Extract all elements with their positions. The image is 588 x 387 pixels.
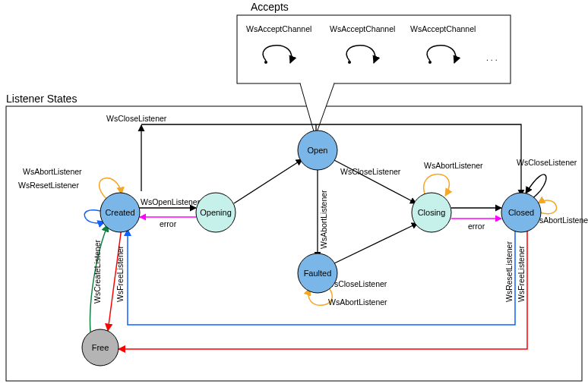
svg-point-5 <box>428 61 432 64</box>
node-closed: Closed <box>501 193 541 232</box>
svg-text:Open: Open <box>308 146 328 155</box>
label-closed-loop-close: WsCloseListener <box>517 158 577 167</box>
node-free: Free <box>82 329 119 366</box>
svg-text:Closed: Closed <box>508 208 534 217</box>
label-closed-reset: WsResetListener <box>504 241 514 302</box>
node-opening: Opening <box>196 193 236 232</box>
label-open-faulted: WsAbortListener <box>319 190 328 249</box>
label-opening-error: error <box>160 219 177 228</box>
svg-text:Opening: Opening <box>200 208 232 217</box>
label-faulted-self: WsAbortListener <box>328 297 387 307</box>
node-closing: Closing <box>412 193 451 232</box>
label-created-reset: WsResetListener <box>18 181 79 190</box>
edge-opening-open <box>234 159 302 203</box>
node-faulted: Faulted <box>298 253 337 293</box>
svg-text:Closing: Closing <box>418 208 446 217</box>
svg-text:WsAcceptChannel: WsAcceptChannel <box>410 24 476 33</box>
svg-point-3 <box>348 61 351 64</box>
accepts-title: Accepts <box>251 1 289 13</box>
label-created-abort: WsAbortListener <box>23 167 82 176</box>
label-open-closing: WsCloseListener <box>340 167 401 176</box>
node-created: Created <box>100 193 140 232</box>
label-open-closed-top: WsCloseListener <box>106 114 167 123</box>
svg-text:Free: Free <box>92 343 109 352</box>
edge-closing-selfloop <box>424 175 450 197</box>
edge-faulted-closing <box>333 223 418 264</box>
diagram-canvas: Accepts WsAcceptChannel WsAcceptChannel … <box>0 0 588 387</box>
svg-text:WsAcceptChannel: WsAcceptChannel <box>330 24 395 33</box>
label-closing-self: WsAbortListener <box>424 161 483 170</box>
label-closing-error: error <box>468 222 485 231</box>
svg-text:Faulted: Faulted <box>304 269 332 278</box>
listener-states-title: Listener States <box>6 93 77 105</box>
label-created-opening: WsOpenListener <box>141 197 201 206</box>
label-closed-free: WsFreeListener <box>517 245 526 302</box>
edge-open-closing <box>333 159 416 203</box>
svg-text:Created: Created <box>105 208 134 217</box>
node-open: Open <box>298 131 337 170</box>
svg-text:WsAcceptChannel: WsAcceptChannel <box>246 24 311 33</box>
label-created-free: WsFreeListener <box>115 245 125 302</box>
callout-connector <box>300 83 334 137</box>
edge-open-closed-top <box>316 124 521 196</box>
accepts-ellipsis: . . . <box>486 53 498 62</box>
label-free-created: WsCreateListener <box>93 239 102 304</box>
svg-point-1 <box>264 61 267 64</box>
